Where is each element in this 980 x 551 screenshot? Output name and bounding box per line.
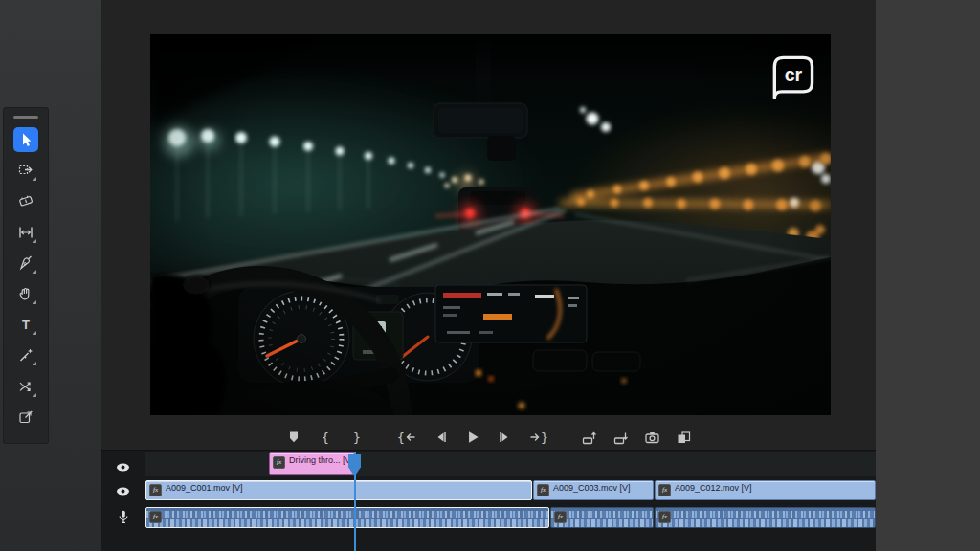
clip-label: A009_C012.mov [V] [675, 483, 752, 493]
comparison-view-icon [676, 430, 692, 446]
flyout-indicator [33, 300, 36, 304]
watermark-text: cr [785, 64, 803, 85]
program-monitor: cr [150, 34, 831, 415]
razor-tool[interactable] [13, 188, 38, 213]
timeline-clip-v2-driving[interactable]: fx Driving thro... [V] [269, 452, 355, 475]
watermark-logo: cr [766, 50, 819, 103]
fx-badge: fx [273, 456, 285, 469]
timeline-clip-v1-c003[interactable]: fx A009_C003.mov [V] [533, 480, 654, 500]
go-to-in-button[interactable]: { [393, 427, 420, 448]
fx-badge: fx [658, 511, 671, 523]
go-to-in-brace: { [397, 431, 405, 444]
cursor-icon [17, 131, 34, 148]
comparison-view-button[interactable] [673, 427, 694, 448]
extract-button[interactable] [610, 427, 631, 448]
remix-tool[interactable] [13, 342, 38, 367]
step-forward-button[interactable] [494, 427, 515, 448]
pen-tool[interactable] [13, 251, 38, 276]
type-tool[interactable]: T [13, 312, 38, 337]
export-star-icon [17, 408, 34, 426]
fx-badge: fx [149, 511, 162, 523]
clip-label: A009_C003.mov [V] [553, 483, 631, 493]
timeline-clip-a1-c003[interactable]: fx [550, 507, 654, 528]
mark-out-button[interactable]: } [346, 427, 368, 448]
timeline-clip-a1-c001[interactable]: fx [145, 507, 549, 528]
arrow-left-icon [405, 431, 416, 443]
vignette [150, 34, 831, 415]
track-v1-visibility-toggle[interactable] [116, 484, 130, 497]
timeline-clip-a1-c012[interactable]: fx [655, 507, 876, 528]
editor-window: cr { } { [101, 0, 876, 551]
selection-tool[interactable] [13, 127, 38, 152]
razor-icon [17, 192, 34, 209]
fx-badge: fx [149, 484, 162, 496]
flyout-indicator [33, 239, 36, 243]
flyout-indicator [33, 270, 36, 274]
fx-badge: fx [537, 484, 549, 496]
arrow-right-icon [529, 431, 541, 443]
step-back-button[interactable] [431, 427, 452, 448]
play-button[interactable] [462, 427, 483, 448]
eye-icon [116, 486, 130, 496]
flyout-indicator [33, 393, 36, 397]
export-tool[interactable] [13, 405, 38, 430]
desktop-right-margin [876, 0, 980, 551]
extract-icon [612, 430, 629, 446]
export-frame-button[interactable] [641, 427, 662, 448]
mark-in-button[interactable]: { [315, 427, 336, 448]
reshape-tool[interactable] [13, 374, 38, 399]
ripple-edit-tool[interactable] [13, 220, 38, 245]
panel-drag-handle[interactable] [13, 116, 38, 119]
track-select-forward-tool[interactable] [13, 158, 38, 183]
transport-controls: { } { } [101, 425, 876, 450]
mark-in-icon: { [322, 431, 329, 444]
eye-icon [116, 462, 130, 473]
timeline-clip-v1-c012[interactable]: fx A009_C012.mov [V] [655, 480, 876, 500]
fx-badge: fx [554, 511, 567, 523]
clip-label: A009_C001.mov [V] [166, 483, 243, 493]
flyout-indicator [33, 331, 36, 335]
clip-label: Driving thro... [V] [289, 455, 353, 465]
go-to-out-brace: } [541, 431, 548, 444]
track-v2-visibility-toggle[interactable] [116, 460, 130, 474]
lift-icon [581, 430, 597, 446]
microphone-icon [118, 510, 129, 524]
flyout-indicator [33, 177, 36, 181]
track-lane-v2[interactable] [145, 452, 876, 476]
flyout-indicator [33, 362, 36, 365]
go-to-out-button[interactable]: } [525, 427, 552, 448]
step-back-icon [434, 430, 449, 445]
add-marker-button[interactable] [283, 427, 304, 448]
track-a1-mute-toggle[interactable] [116, 510, 130, 523]
fx-badge: fx [658, 484, 671, 496]
camera-icon [644, 430, 660, 446]
play-icon [464, 429, 481, 446]
lift-button[interactable] [578, 427, 599, 448]
preview-scene [150, 34, 831, 415]
mark-out-icon: } [353, 431, 361, 444]
type-tool-icon: T [22, 319, 30, 331]
timeline-panel: fx Driving thro... [V] fx A009_C001.mov … [101, 450, 876, 551]
marker-icon [286, 430, 301, 445]
step-forward-icon [497, 430, 512, 445]
tools-panel: T [3, 107, 49, 444]
timeline-clip-v1-c001[interactable]: fx A009_C001.mov [V] [145, 480, 532, 500]
hand-tool[interactable] [13, 281, 38, 306]
screenshot-root: cr { } { [0, 0, 980, 551]
